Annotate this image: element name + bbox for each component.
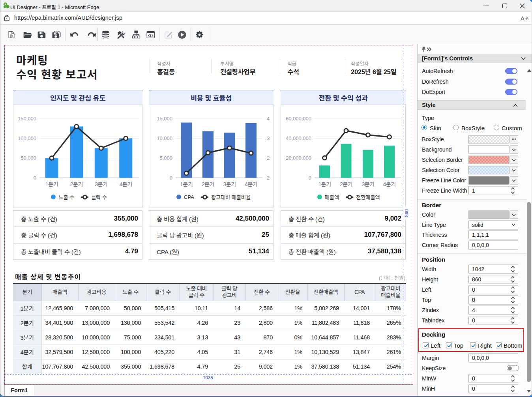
svg-text:3: 3 — [267, 135, 270, 141]
svg-text:A: A — [521, 15, 525, 22]
svg-text:10,000: 10,000 — [157, 135, 172, 141]
svg-text:3분기: 3분기 — [95, 181, 107, 187]
svg-text:3분기: 3분기 — [223, 181, 236, 187]
svg-text:60,000,000: 60,000,000 — [286, 116, 311, 122]
svg-text:2분기: 2분기 — [202, 181, 214, 187]
svg-text:150,000: 150,000 — [18, 116, 36, 122]
svg-text:0: 0 — [170, 175, 172, 181]
svg-text:A: A — [4, 3, 7, 6]
svg-text:5,000: 5,000 — [159, 155, 172, 161]
svg-text:4분기: 4분기 — [245, 181, 257, 187]
svg-text:2분기: 2분기 — [70, 181, 83, 187]
svg-text:50,000: 50,000 — [21, 155, 36, 161]
svg-text:3분기: 3분기 — [362, 181, 374, 187]
svg-text:4분기: 4분기 — [383, 181, 395, 187]
svg-text:1분기: 1분기 — [180, 181, 193, 187]
svg-text:1분기: 1분기 — [45, 181, 58, 187]
svg-text:4분기: 4분기 — [120, 181, 132, 187]
svg-text:20,000,000: 20,000,000 — [286, 155, 311, 161]
svg-text:4: 4 — [267, 116, 270, 122]
svg-text:100,000: 100,000 — [18, 135, 36, 141]
svg-text:2: 2 — [267, 175, 270, 181]
svg-text:0: 0 — [34, 175, 36, 181]
svg-text:40,000,000: 40,000,000 — [286, 135, 311, 141]
svg-text:2: 2 — [267, 155, 270, 161]
svg-text:15,000: 15,000 — [157, 116, 172, 122]
svg-text:0: 0 — [309, 175, 311, 181]
svg-text:2분기: 2분기 — [340, 181, 352, 187]
svg-text:1분기: 1분기 — [318, 181, 331, 187]
